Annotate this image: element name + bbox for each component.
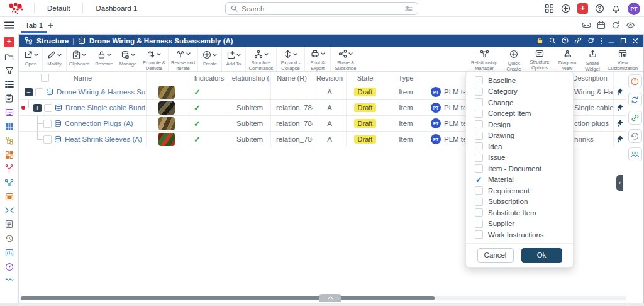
clipboard-icon[interactable] (5, 94, 13, 103)
kebab-menu-icon[interactable] (600, 37, 602, 45)
link-icon[interactable] (574, 37, 582, 44)
modify-button[interactable]: Modify (43, 47, 67, 71)
checkbox[interactable] (475, 230, 483, 239)
checkbox[interactable] (475, 76, 483, 84)
view-customization-button[interactable]: View Customization (604, 47, 641, 72)
search-icon[interactable] (549, 37, 556, 44)
expand-toggle[interactable]: + (33, 104, 42, 112)
workspace-menu[interactable]: Default (42, 4, 75, 12)
document-icon[interactable] (5, 220, 13, 229)
checkbox[interactable] (475, 88, 483, 96)
window-titlebar[interactable]: Structure | Drone Wiring & Harness Subas… (19, 35, 643, 47)
pin-icon[interactable] (617, 88, 623, 96)
search-input[interactable] (242, 5, 405, 13)
item-name-link[interactable]: Drone Wiring & Harness Subasser (57, 88, 145, 96)
scrollbar-thumb[interactable] (21, 296, 435, 300)
dashboard-menu[interactable]: Dashboard 1 (91, 4, 142, 12)
structure-options-button[interactable]: Structure Options (525, 47, 554, 72)
reserve-button[interactable]: Reserve (92, 47, 116, 71)
history-icon[interactable] (5, 234, 14, 243)
create-button[interactable]: Create (198, 47, 222, 71)
refresh-icon[interactable] (587, 37, 594, 44)
links-panel-button[interactable] (628, 111, 642, 125)
checkbox[interactable] (475, 98, 483, 106)
checkbox[interactable] (475, 142, 483, 150)
item-name-link[interactable]: Drone Single cable Bundle (A) (65, 104, 145, 111)
checkbox[interactable] (475, 208, 483, 217)
brand-logo[interactable] (5, 1, 26, 15)
header-description[interactable]: Description (567, 72, 614, 84)
bottom-collapse-tab[interactable] (319, 294, 341, 302)
header-thumbnail[interactable] (147, 72, 187, 84)
share-subscribe-button[interactable]: Share & Subscribe (331, 47, 360, 71)
item-name-link[interactable]: Heat Shrink Sleeves (A) (65, 135, 142, 143)
option-work-instructions[interactable]: Work Instructions (466, 229, 573, 241)
branch-icon[interactable] (5, 164, 13, 173)
manage-button[interactable]: Manage (116, 47, 140, 71)
checkbox[interactable] (475, 164, 483, 173)
apps-grid-icon[interactable] (545, 4, 554, 13)
option-drawing[interactable]: Drawing (466, 130, 573, 142)
help-icon[interactable] (595, 4, 604, 13)
maximize-icon[interactable] (620, 38, 626, 44)
open-button[interactable]: Open (19, 47, 43, 71)
option-supplier[interactable]: Supplier (466, 218, 573, 230)
converge-arrows-icon[interactable] (5, 207, 14, 214)
history-panel-button[interactable] (628, 129, 642, 143)
sync-panel-button[interactable] (628, 93, 642, 106)
table-grid-icon[interactable] (5, 122, 14, 130)
checkbox[interactable] (475, 198, 483, 206)
checkbox[interactable] (475, 110, 483, 118)
row-checkbox[interactable] (35, 88, 43, 96)
revise-iterate-button[interactable]: Revise and Iterate (169, 47, 198, 71)
side-panel-collapse-handle[interactable]: ‹ (616, 175, 623, 191)
close-icon[interactable] (632, 38, 638, 44)
global-search[interactable] (225, 2, 418, 15)
add-circle-icon[interactable] (561, 4, 570, 13)
checkbox[interactable] (475, 186, 483, 195)
checkbox[interactable] (475, 132, 483, 140)
team-panel-button[interactable] (628, 147, 642, 161)
header-relationship[interactable]: Relationship (... (231, 72, 271, 84)
option-issue[interactable]: Issue (466, 152, 573, 164)
expand-collapse-button[interactable]: Expand - Collapse (277, 47, 305, 71)
option-idea[interactable]: Idea (466, 141, 573, 152)
media-browser-icon[interactable] (5, 193, 14, 201)
option-change[interactable]: Change (466, 97, 573, 108)
option-material[interactable]: ✓Material (466, 174, 573, 186)
pin-icon[interactable] (617, 104, 623, 111)
option-concept-item[interactable]: Concept Item (466, 108, 573, 120)
header-name-r[interactable]: Name (R) (271, 72, 313, 84)
refresh-icon[interactable] (611, 21, 620, 30)
form-panel-icon[interactable] (5, 108, 14, 116)
row-checkbox[interactable] (43, 120, 52, 128)
bell-icon[interactable] (611, 4, 621, 13)
option-subscription[interactable]: Subscription (466, 196, 573, 208)
row-checkbox[interactable] (43, 135, 52, 144)
create-new-button[interactable]: + (577, 3, 588, 14)
share-widget-button[interactable]: Share Widget (580, 47, 604, 72)
checkbox[interactable] (475, 120, 483, 128)
ok-button[interactable]: Ok (521, 248, 562, 263)
relationship-manager-button[interactable]: Relationship Manager (466, 47, 502, 72)
header-name[interactable]: Name (19, 72, 147, 84)
node-link-icon[interactable] (4, 179, 14, 187)
controller-icon[interactable] (582, 21, 591, 30)
promote-demote-button[interactable]: Promote & Demote (140, 47, 169, 71)
minimize-icon[interactable] (608, 38, 614, 44)
pin-icon[interactable] (617, 120, 623, 127)
option-item-document[interactable]: Item - Document (466, 163, 573, 174)
diagram-view-button[interactable]: Diagram View (554, 47, 580, 72)
item-thumbnail[interactable] (158, 133, 175, 146)
chart-icon[interactable] (5, 249, 14, 257)
checkbox[interactable] (475, 220, 483, 228)
option-baseline[interactable]: Baseline (466, 75, 573, 86)
row-checkbox[interactable] (44, 104, 52, 112)
sidebar-create-button[interactable]: + (4, 37, 14, 47)
header-state[interactable]: State (347, 72, 384, 84)
filter-icon[interactable] (5, 67, 14, 75)
structure-commands-button[interactable]: Structure Commands (246, 47, 277, 71)
pin-icon[interactable] (617, 135, 623, 143)
search-filter-icon[interactable] (405, 5, 413, 13)
header-revision[interactable]: Revision (313, 72, 347, 84)
